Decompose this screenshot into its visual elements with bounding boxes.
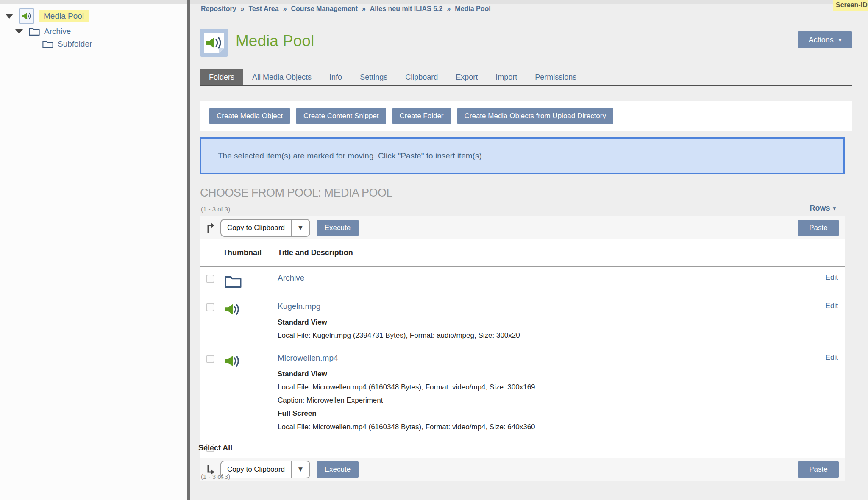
edit-link[interactable]: Edit	[826, 353, 838, 361]
rows-dropdown-label: Rows	[810, 204, 830, 213]
tab-permissions[interactable]: Permissions	[526, 69, 585, 85]
move-info-message: The selected item(s) are marked for movi…	[200, 137, 845, 174]
execute-button[interactable]: Execute	[317, 220, 359, 236]
tab-settings[interactable]: Settings	[351, 69, 396, 85]
result-range-bottom: (1 - 3 of 3)	[201, 473, 230, 480]
breadcrumb-separator: »	[447, 5, 451, 12]
tab-bar: Folders All Media Objects Info Settings …	[200, 69, 585, 85]
detail-line: Standard View	[278, 369, 815, 378]
chevron-down-icon: ▾	[833, 206, 836, 211]
action-select[interactable]: Copy to Clipboard ▼	[220, 461, 310, 478]
create-media-object-button[interactable]: Create Media Object	[209, 108, 290, 124]
action-select-value: Copy to Clipboard	[221, 220, 291, 236]
action-select-value: Copy to Clipboard	[221, 461, 291, 478]
apply-below-arrow-icon	[206, 222, 215, 233]
breadcrumb-link[interactable]: Repository	[201, 5, 236, 12]
media-pool-object-icon	[200, 29, 228, 57]
paste-button[interactable]: Paste	[798, 220, 839, 236]
media-object-icon	[225, 354, 278, 368]
create-from-upload-directory-button[interactable]: Create Media Objects from Upload Directo…	[457, 108, 613, 124]
breadcrumb-link[interactable]: Test Area	[248, 5, 278, 12]
table-row: Microwellen.mp4 Standard View Local File…	[200, 347, 845, 438]
detail-line: Full Screen	[278, 409, 815, 418]
breadcrumb-link[interactable]: Media Pool	[455, 5, 490, 12]
tree-item-media-pool[interactable]: Media Pool	[6, 8, 89, 24]
table-commands-bottom: Copy to Clipboard ▼ Execute Paste	[200, 458, 845, 481]
edit-link[interactable]: Edit	[826, 302, 838, 310]
speaker-icon	[22, 12, 32, 20]
detail-line: Standard View	[278, 318, 815, 327]
move-info-text: The selected item(s) are marked for movi…	[218, 151, 484, 161]
table-commands-top: Copy to Clipboard ▼ Execute Paste	[200, 216, 845, 239]
execute-button[interactable]: Execute	[317, 461, 359, 478]
breadcrumb-link[interactable]: Alles neu mit ILIAS 5.2	[370, 5, 443, 12]
column-title-description: Title and Description	[278, 248, 815, 257]
actions-button[interactable]: Actions ▾	[798, 31, 852, 48]
page-title: Media Pool	[236, 32, 314, 50]
tab-info[interactable]: Info	[320, 69, 351, 85]
breadcrumb: Repository»Test Area»Course Management»A…	[201, 5, 491, 13]
item-title-link[interactable]: Archive	[278, 273, 304, 282]
tree-item-label[interactable]: Archive	[44, 27, 71, 36]
media-pool-table: Copy to Clipboard ▼ Execute Paste Thumbn…	[200, 216, 845, 481]
create-content-snippet-button[interactable]: Create Content Snippet	[296, 108, 386, 124]
action-select[interactable]: Copy to Clipboard ▼	[220, 219, 310, 237]
tab-folders[interactable]: Folders	[200, 69, 243, 85]
table-row: Archive Edit	[200, 267, 845, 295]
create-toolbar: Create Media Object Create Content Snipp…	[200, 101, 852, 131]
folder-icon	[42, 39, 53, 49]
tree-expander-icon[interactable]	[6, 14, 13, 19]
detail-line: Caption: Microwellen Experiment	[278, 396, 815, 405]
tab-all-media-objects[interactable]: All Media Objects	[243, 69, 320, 85]
tree-expander-icon[interactable]	[15, 29, 23, 34]
tab-export[interactable]: Export	[447, 69, 487, 85]
row-checkbox[interactable]	[206, 355, 214, 363]
detail-line: Local File: Kugeln.mpg (2394731 Bytes), …	[278, 331, 815, 340]
dropdown-caret-icon[interactable]: ▼	[291, 461, 309, 478]
item-title-link[interactable]: Kugeln.mpg	[278, 302, 320, 311]
tab-clipboard[interactable]: Clipboard	[396, 69, 447, 85]
row-checkbox[interactable]	[206, 303, 214, 311]
breadcrumb-separator: »	[362, 5, 366, 12]
tree-panel: Media Pool Archive Subfolder	[0, 4, 187, 500]
screen-id-tag: Screen-ID	[833, 0, 868, 11]
table-header-row: Thumbnail Title and Description	[200, 239, 845, 267]
media-pool-icon	[19, 8, 34, 24]
rows-dropdown[interactable]: Rows ▾	[810, 204, 836, 213]
pool-section-heading: CHOOSE FROM POOL: MEDIA POOL	[200, 186, 392, 200]
paste-button[interactable]: Paste	[798, 461, 839, 478]
folder-icon	[29, 27, 40, 36]
select-all-label: Select All	[198, 444, 232, 453]
tree-item-label[interactable]: Subfolder	[58, 39, 92, 49]
create-folder-button[interactable]: Create Folder	[392, 108, 451, 124]
detail-line: Local File: Microwellen.mp4 (6160348 Byt…	[278, 383, 815, 392]
top-strip	[0, 0, 868, 4]
edit-link[interactable]: Edit	[826, 273, 838, 281]
breadcrumb-separator: »	[241, 5, 245, 12]
result-range-top: (1 - 3 of 3)	[201, 206, 230, 213]
row-checkbox[interactable]	[206, 275, 214, 283]
actions-button-label: Actions	[809, 36, 834, 44]
breadcrumb-link[interactable]: Course Management	[291, 5, 358, 12]
select-all-row: Select All	[200, 438, 845, 458]
detail-line: Local File: Microwellen.mp4 (6160348 Byt…	[278, 422, 815, 431]
panel-divider[interactable]	[187, 0, 190, 500]
tree-item-label[interactable]: Media Pool	[39, 10, 89, 22]
breadcrumb-separator: »	[283, 5, 287, 12]
item-title-link[interactable]: Microwellen.mp4	[278, 353, 338, 362]
media-object-icon	[225, 303, 278, 316]
folder-icon	[225, 274, 278, 289]
tree-item-subfolder[interactable]: Subfolder	[42, 36, 92, 52]
column-thumbnail: Thumbnail	[223, 248, 278, 257]
table-row: Kugeln.mpg Standard View Local File: Kug…	[200, 295, 845, 347]
chevron-down-icon: ▾	[839, 37, 842, 43]
dropdown-caret-icon[interactable]: ▼	[291, 220, 309, 236]
tab-underline	[200, 85, 852, 86]
tab-import[interactable]: Import	[487, 69, 526, 85]
